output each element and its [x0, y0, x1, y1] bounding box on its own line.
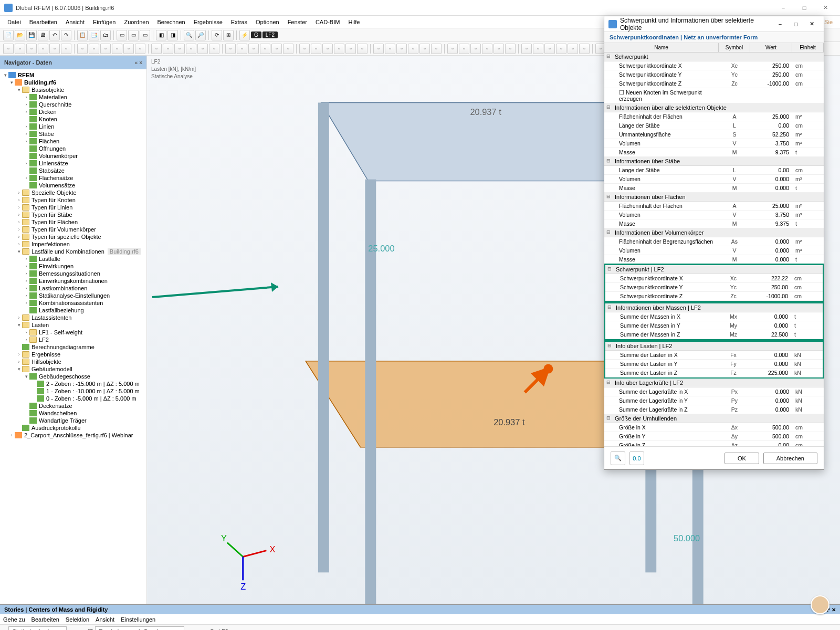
- toolbar2-button[interactable]: ▫: [544, 44, 555, 54]
- menu-zuordnen[interactable]: Zuordnen: [120, 17, 153, 27]
- toolbar-button[interactable]: 🗂: [100, 30, 111, 40]
- nav-item[interactable]: Wandscheiben: [0, 410, 146, 417]
- toolbar2-button[interactable]: ▫: [396, 44, 407, 54]
- toolbar-button[interactable]: ▭: [140, 30, 150, 40]
- results-tool-next[interactable]: ▸: [74, 628, 77, 630]
- toolbar2-button[interactable]: ▫: [151, 44, 162, 54]
- nav-file2-node[interactable]: ›2_Carport_Anschlüsse_fertig.rf6 | Webin…: [0, 432, 146, 439]
- toolbar-button[interactable]: ↷: [61, 30, 71, 40]
- toolbar2-button[interactable]: ▫: [505, 44, 516, 54]
- nav-item[interactable]: Knoten: [0, 116, 146, 123]
- nav-root-node[interactable]: ▾RFEM: [0, 71, 146, 79]
- analysis-type-combo[interactable]: Statische Analyse ▾: [8, 626, 67, 630]
- toolbar-button[interactable]: ▭: [117, 30, 127, 40]
- dialog-group-header[interactable]: Informationen über Massen | LF2: [605, 303, 823, 312]
- close-button[interactable]: ✕: [815, 0, 836, 16]
- toolbar2-button[interactable]: ▫: [15, 44, 25, 54]
- nav-item[interactable]: 1 - Zoben : -10.000 m | ΔZ : 5.000 m: [0, 387, 146, 395]
- toolbar2-button[interactable]: ▫: [61, 44, 71, 54]
- toolbar2-button[interactable]: ▫: [248, 44, 259, 54]
- nav-item[interactable]: ›Stäbe: [0, 130, 146, 138]
- nav-item[interactable]: Deckensätze: [0, 402, 146, 410]
- dialog-group-header[interactable]: Informationen über alle selektierten Obj…: [604, 103, 824, 112]
- nav-item[interactable]: Öffnungen: [0, 145, 146, 152]
- nav-item[interactable]: ›Typen für Knoten: [0, 196, 146, 204]
- nav-item[interactable]: ›Einwirkungskombinationen: [0, 277, 146, 285]
- nav-item[interactable]: ▾Lastfälle und KombinationenBuilding.rf6: [0, 248, 146, 255]
- toolbar2-button[interactable]: ▫: [283, 44, 293, 54]
- nav-item[interactable]: ›Lastkombinationen: [0, 285, 146, 292]
- toolbar-button[interactable]: 📑: [89, 30, 99, 40]
- nav-item[interactable]: ›Typen für Volumenkörper: [0, 226, 146, 233]
- dialog-help-button[interactable]: 🔍: [611, 452, 625, 465]
- results-tool-prev2[interactable]: ◂: [186, 628, 190, 630]
- toolbar2-button[interactable]: ▫: [49, 44, 60, 54]
- nav-item[interactable]: ›Ergebnisse: [0, 351, 146, 358]
- nav-item[interactable]: ›Liniensätze: [0, 160, 146, 167]
- nav-item[interactable]: ▾Gebäudegeschosse: [0, 373, 146, 380]
- nav-item[interactable]: ›Materialien: [0, 93, 146, 101]
- results-menu-ansicht[interactable]: Ansicht: [96, 616, 114, 623]
- results-menu-gehezu[interactable]: Gehe zu: [3, 616, 25, 623]
- toolbar2-button[interactable]: ▫: [123, 44, 134, 54]
- dialog-units-button[interactable]: 0.0: [629, 452, 644, 465]
- nav-item[interactable]: ›Statikanalyse-Einstellungen: [0, 292, 146, 299]
- nav-item[interactable]: ›Lastassistenten: [0, 314, 146, 321]
- toolbar-button[interactable]: ⚡: [239, 30, 250, 40]
- toolbar-button[interactable]: 🔍: [184, 30, 194, 40]
- toolbar2-button[interactable]: ▫: [357, 44, 368, 54]
- toolbar2-button[interactable]: ▫: [77, 44, 88, 54]
- navigator-collapse-icon[interactable]: « ×: [135, 60, 142, 66]
- dialog-minimize-button[interactable]: −: [772, 16, 788, 32]
- user-avatar[interactable]: [811, 595, 830, 614]
- toolbar2-button[interactable]: ▫: [334, 44, 344, 54]
- results-tool-icon2[interactable]: ▦: [88, 628, 93, 630]
- nav-item[interactable]: Volumenkörper: [0, 152, 146, 160]
- toolbar2-button[interactable]: ▫: [89, 44, 99, 54]
- toolbar2-button[interactable]: ▫: [482, 44, 492, 54]
- results-menu-einstellungen[interactable]: Einstellungen: [121, 616, 155, 623]
- toolbar-pill-G[interactable]: G: [251, 32, 261, 38]
- nav-file-node[interactable]: ▾Building.rf6: [0, 79, 146, 86]
- menu-cad-bim[interactable]: CAD-BIM: [311, 17, 344, 27]
- toolbar-button[interactable]: ↶: [49, 30, 60, 40]
- toolbar2-button[interactable]: ▫: [459, 44, 469, 54]
- nav-item[interactable]: ›Flächen: [0, 138, 146, 145]
- toolbar2-button[interactable]: ▫: [174, 44, 185, 54]
- toolbar-button[interactable]: ▭: [128, 30, 139, 40]
- menu-berechnen[interactable]: Berechnen: [153, 17, 190, 27]
- toolbar2-button[interactable]: ▫: [237, 44, 247, 54]
- results-tool-next2[interactable]: ▸: [192, 628, 195, 630]
- pill-g[interactable]: G: [209, 628, 214, 631]
- menu-fenster[interactable]: Fenster: [284, 17, 311, 27]
- toolbar2-button[interactable]: ▫: [197, 44, 208, 54]
- nav-item[interactable]: ›Bemessungssituationen: [0, 270, 146, 277]
- toolbar2-button[interactable]: ▫: [494, 44, 504, 54]
- results-menu-selektion[interactable]: Selektion: [66, 616, 89, 623]
- toolbar2-button[interactable]: ▫: [209, 44, 219, 54]
- toolbar2-button[interactable]: ▫: [470, 44, 481, 54]
- toolbar2-button[interactable]: ▫: [408, 44, 418, 54]
- nav-item[interactable]: Lastfallbeziehung: [0, 307, 146, 314]
- toolbar2-button[interactable]: ▫: [299, 44, 310, 54]
- menu-bearbeiten[interactable]: Bearbeiten: [25, 17, 61, 27]
- results-menu-bearbeiten[interactable]: Bearbeiten: [32, 616, 59, 623]
- maximize-button[interactable]: □: [794, 0, 815, 16]
- nav-item[interactable]: ›Lastfälle: [0, 255, 146, 262]
- toolbar2-button[interactable]: ▫: [163, 44, 173, 54]
- toolbar2-button[interactable]: ▫: [431, 44, 442, 54]
- nav-item[interactable]: ›Flächensätze: [0, 174, 146, 182]
- toolbar2-button[interactable]: ▫: [311, 44, 321, 54]
- nav-item[interactable]: ▾Gebäudemodell: [0, 365, 146, 373]
- toolbar2-button[interactable]: ▫: [556, 44, 566, 54]
- dialog-body[interactable]: SchwerpunktSchwerpunktkoordinate XXc250.…: [604, 52, 824, 446]
- toolbar2-button[interactable]: ▫: [322, 44, 333, 54]
- nav-item[interactable]: Volumensätze: [0, 182, 146, 189]
- toolbar-button[interactable]: 🔎: [195, 30, 206, 40]
- nav-item[interactable]: ›Spezielle Objekte: [0, 189, 146, 196]
- toolbar2-button[interactable]: ▫: [579, 44, 590, 54]
- dialog-group-header[interactable]: Schwerpunkt: [604, 52, 824, 61]
- nav-item[interactable]: Wandartige Träger: [0, 417, 146, 424]
- menu-hilfe[interactable]: Hilfe: [344, 17, 364, 27]
- results-tool-icon[interactable]: ≡: [3, 628, 6, 631]
